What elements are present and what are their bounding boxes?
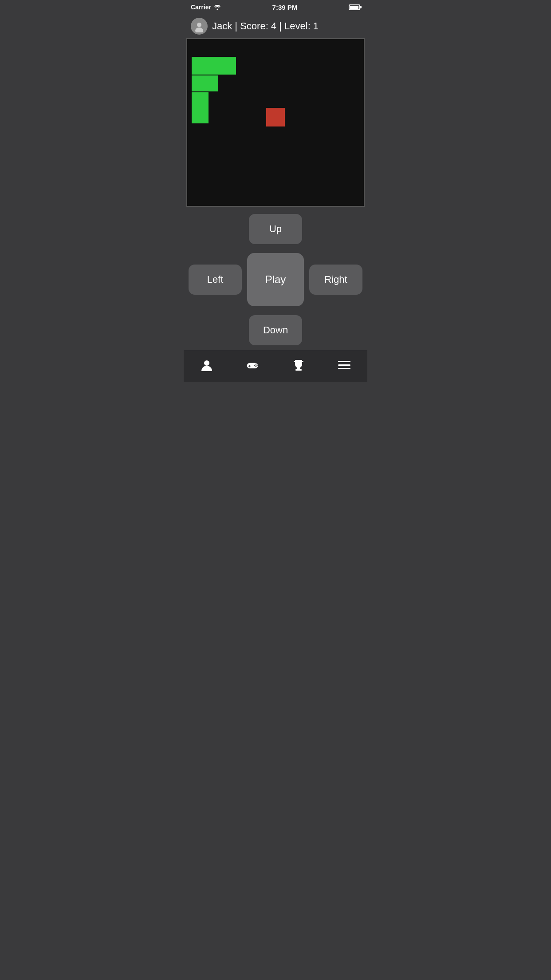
- snake-segment-vert: [192, 92, 209, 110]
- svg-point-9: [256, 366, 257, 367]
- food: [266, 108, 285, 126]
- up-button[interactable]: Up: [249, 214, 302, 244]
- svg-point-11: [256, 364, 258, 366]
- svg-rect-15: [338, 364, 350, 366]
- gamepad-icon: [246, 359, 259, 371]
- wifi-icon: [214, 4, 221, 10]
- game-canvas: [186, 38, 365, 207]
- trophy-icon: [292, 359, 305, 371]
- header-title: Jack | Score: 4 | Level: 1: [212, 20, 319, 32]
- svg-point-0: [216, 9, 218, 10]
- tab-item-game[interactable]: [230, 359, 276, 371]
- avatar: [191, 18, 208, 35]
- carrier-label: Carrier: [191, 4, 211, 11]
- right-button[interactable]: Right: [309, 265, 362, 295]
- snake-segment-top: [192, 57, 236, 75]
- svg-rect-12: [297, 367, 300, 369]
- left-button[interactable]: Left: [189, 265, 242, 295]
- status-left: Carrier: [191, 4, 221, 11]
- play-button[interactable]: Play: [247, 253, 304, 306]
- profile-icon: [201, 359, 213, 371]
- svg-point-8: [254, 364, 256, 366]
- down-row: Down: [249, 315, 302, 345]
- down-button[interactable]: Down: [249, 315, 302, 345]
- svg-rect-7: [248, 365, 251, 366]
- middle-row: Left Play Right: [189, 253, 362, 306]
- status-bar: Carrier 7:39 PM: [184, 0, 367, 14]
- tab-item-menu[interactable]: [322, 359, 368, 371]
- snake-segment-mid: [192, 75, 218, 91]
- status-time: 7:39 PM: [272, 4, 298, 11]
- svg-rect-13: [295, 369, 302, 371]
- svg-point-10: [256, 364, 257, 365]
- svg-rect-16: [338, 368, 350, 369]
- snake-segment-bot: [192, 110, 209, 123]
- up-row: Up: [249, 214, 302, 244]
- svg-point-2: [197, 23, 201, 27]
- svg-point-4: [204, 360, 209, 366]
- tab-item-profile[interactable]: [184, 359, 230, 371]
- battery-icon: [349, 4, 360, 10]
- controls-area: Up Left Play Right Down: [184, 207, 367, 350]
- status-right: [349, 4, 360, 10]
- tab-bar: [184, 350, 367, 382]
- menu-icon: [338, 359, 350, 371]
- svg-rect-14: [338, 361, 350, 362]
- tab-item-trophy[interactable]: [276, 359, 322, 371]
- header: Jack | Score: 4 | Level: 1: [184, 14, 367, 38]
